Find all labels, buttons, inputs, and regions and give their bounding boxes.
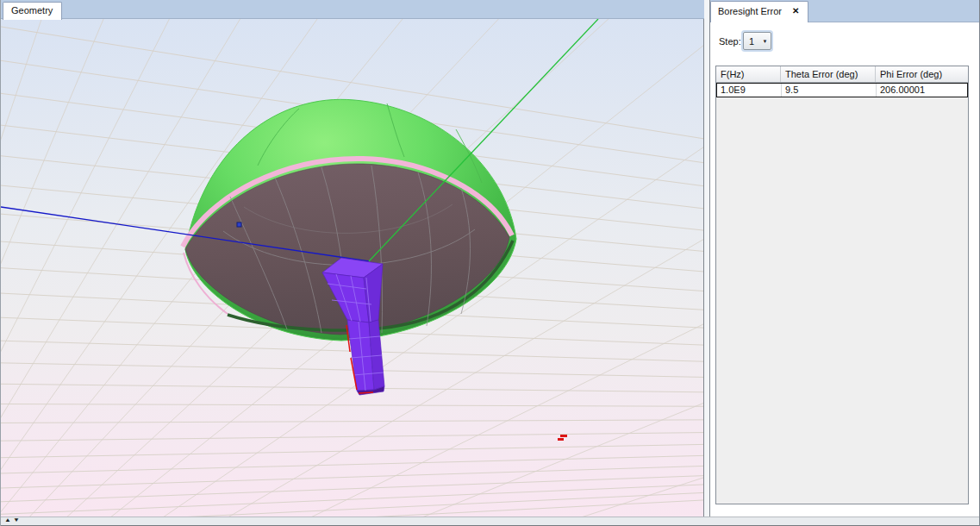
geometry-pane: Geometry [1, 0, 704, 517]
chevron-down-icon: ▼ [759, 38, 771, 44]
cell-theta-error[interactable]: 9.5 [782, 84, 877, 97]
column-header-fhz[interactable]: F(Hz) [716, 66, 781, 82]
application-window: Geometry [0, 0, 980, 526]
bottom-splitter-bar[interactable]: ▲ ▼ [1, 517, 979, 526]
splitter-collapse-down-icon[interactable]: ▼ [13, 517, 20, 523]
table-row[interactable]: 1.0E9 9.5 206.00001 [716, 83, 968, 97]
table-header-row: F(Hz) Theta Error (deg) Phi Error (deg) [716, 66, 968, 83]
step-dropdown[interactable]: 1 ▼ [743, 32, 771, 50]
column-header-phi-error[interactable]: Phi Error (deg) [876, 66, 968, 82]
boresight-error-table: F(Hz) Theta Error (deg) Phi Error (deg) … [715, 66, 969, 504]
tab-geometry[interactable]: Geometry [3, 2, 62, 20]
left-tab-bar: Geometry [1, 0, 704, 19]
boresight-error-pane: Boresight Error ✕ Step: 1 ▼ F(Hz) Theta … [709, 0, 980, 517]
3d-scene [1, 19, 703, 517]
tab-geometry-label: Geometry [11, 5, 53, 16]
tab-close-icon[interactable]: ✕ [792, 6, 799, 16]
tab-boresight-error-label: Boresight Error [718, 6, 782, 16]
table-empty-area [716, 97, 968, 504]
step-dropdown-value: 1 [744, 36, 759, 47]
tab-boresight-error[interactable]: Boresight Error ✕ [710, 1, 808, 22]
step-label: Step: [719, 33, 741, 51]
right-tab-bar: Boresight Error ✕ [710, 0, 980, 22]
cell-phi-error[interactable]: 206.00001 [877, 84, 967, 97]
column-header-theta-error[interactable]: Theta Error (deg) [781, 66, 876, 82]
cell-frequency[interactable]: 1.0E9 [717, 84, 782, 97]
splitter-collapse-up-icon[interactable]: ▲ [4, 517, 11, 523]
boresight-error-content: Step: 1 ▼ F(Hz) Theta Error (deg) Phi Er… [710, 22, 980, 517]
3d-viewport[interactable] [1, 19, 704, 517]
blue-marker [237, 222, 241, 227]
